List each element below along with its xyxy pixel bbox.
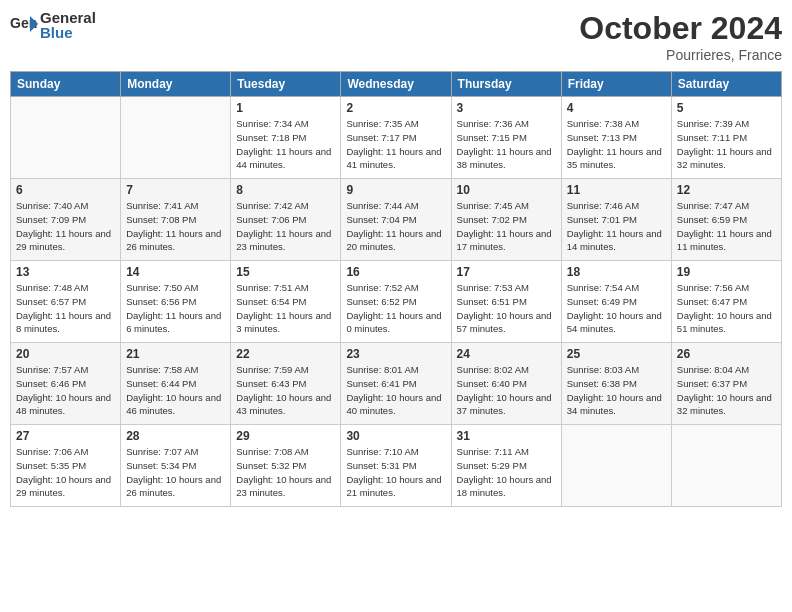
day-info: Sunrise: 7:39 AMSunset: 7:11 PMDaylight:… xyxy=(677,117,776,172)
day-number: 31 xyxy=(457,429,556,443)
day-number: 7 xyxy=(126,183,225,197)
day-info: Sunrise: 7:58 AMSunset: 6:44 PMDaylight:… xyxy=(126,363,225,418)
calendar-cell: 30Sunrise: 7:10 AMSunset: 5:31 PMDayligh… xyxy=(341,425,451,507)
day-number: 9 xyxy=(346,183,445,197)
calendar-cell: 26Sunrise: 8:04 AMSunset: 6:37 PMDayligh… xyxy=(671,343,781,425)
calendar-cell xyxy=(121,97,231,179)
day-info: Sunrise: 7:11 AMSunset: 5:29 PMDaylight:… xyxy=(457,445,556,500)
day-number: 12 xyxy=(677,183,776,197)
weekday-header-friday: Friday xyxy=(561,72,671,97)
day-number: 4 xyxy=(567,101,666,115)
weekday-header-sunday: Sunday xyxy=(11,72,121,97)
day-info: Sunrise: 7:47 AMSunset: 6:59 PMDaylight:… xyxy=(677,199,776,254)
day-number: 2 xyxy=(346,101,445,115)
calendar-week-row: 13Sunrise: 7:48 AMSunset: 6:57 PMDayligh… xyxy=(11,261,782,343)
calendar-cell: 13Sunrise: 7:48 AMSunset: 6:57 PMDayligh… xyxy=(11,261,121,343)
calendar-table: SundayMondayTuesdayWednesdayThursdayFrid… xyxy=(10,71,782,507)
day-info: Sunrise: 7:48 AMSunset: 6:57 PMDaylight:… xyxy=(16,281,115,336)
page-header: General General Blue October 2024 Pourri… xyxy=(10,10,782,63)
day-info: Sunrise: 7:56 AMSunset: 6:47 PMDaylight:… xyxy=(677,281,776,336)
calendar-cell: 16Sunrise: 7:52 AMSunset: 6:52 PMDayligh… xyxy=(341,261,451,343)
month-title: October 2024 xyxy=(579,10,782,47)
day-info: Sunrise: 7:44 AMSunset: 7:04 PMDaylight:… xyxy=(346,199,445,254)
calendar-cell: 15Sunrise: 7:51 AMSunset: 6:54 PMDayligh… xyxy=(231,261,341,343)
day-info: Sunrise: 7:51 AMSunset: 6:54 PMDaylight:… xyxy=(236,281,335,336)
calendar-cell: 18Sunrise: 7:54 AMSunset: 6:49 PMDayligh… xyxy=(561,261,671,343)
weekday-header-tuesday: Tuesday xyxy=(231,72,341,97)
calendar-cell xyxy=(671,425,781,507)
weekday-header-saturday: Saturday xyxy=(671,72,781,97)
day-info: Sunrise: 7:45 AMSunset: 7:02 PMDaylight:… xyxy=(457,199,556,254)
day-info: Sunrise: 7:53 AMSunset: 6:51 PMDaylight:… xyxy=(457,281,556,336)
day-number: 8 xyxy=(236,183,335,197)
month-info: October 2024 Pourrieres, France xyxy=(579,10,782,63)
day-info: Sunrise: 7:07 AMSunset: 5:34 PMDaylight:… xyxy=(126,445,225,500)
day-number: 13 xyxy=(16,265,115,279)
day-number: 3 xyxy=(457,101,556,115)
day-number: 11 xyxy=(567,183,666,197)
calendar-cell: 23Sunrise: 8:01 AMSunset: 6:41 PMDayligh… xyxy=(341,343,451,425)
day-number: 26 xyxy=(677,347,776,361)
day-info: Sunrise: 7:57 AMSunset: 6:46 PMDaylight:… xyxy=(16,363,115,418)
day-number: 19 xyxy=(677,265,776,279)
calendar-cell: 1Sunrise: 7:34 AMSunset: 7:18 PMDaylight… xyxy=(231,97,341,179)
day-info: Sunrise: 8:03 AMSunset: 6:38 PMDaylight:… xyxy=(567,363,666,418)
day-number: 22 xyxy=(236,347,335,361)
calendar-cell: 3Sunrise: 7:36 AMSunset: 7:15 PMDaylight… xyxy=(451,97,561,179)
calendar-week-row: 1Sunrise: 7:34 AMSunset: 7:18 PMDaylight… xyxy=(11,97,782,179)
day-info: Sunrise: 8:04 AMSunset: 6:37 PMDaylight:… xyxy=(677,363,776,418)
day-number: 6 xyxy=(16,183,115,197)
day-number: 23 xyxy=(346,347,445,361)
calendar-cell xyxy=(11,97,121,179)
calendar-cell: 10Sunrise: 7:45 AMSunset: 7:02 PMDayligh… xyxy=(451,179,561,261)
calendar-cell: 27Sunrise: 7:06 AMSunset: 5:35 PMDayligh… xyxy=(11,425,121,507)
day-info: Sunrise: 7:35 AMSunset: 7:17 PMDaylight:… xyxy=(346,117,445,172)
calendar-cell: 4Sunrise: 7:38 AMSunset: 7:13 PMDaylight… xyxy=(561,97,671,179)
logo: General General Blue xyxy=(10,10,96,40)
calendar-week-row: 27Sunrise: 7:06 AMSunset: 5:35 PMDayligh… xyxy=(11,425,782,507)
day-info: Sunrise: 7:38 AMSunset: 7:13 PMDaylight:… xyxy=(567,117,666,172)
calendar-week-row: 6Sunrise: 7:40 AMSunset: 7:09 PMDaylight… xyxy=(11,179,782,261)
calendar-cell: 6Sunrise: 7:40 AMSunset: 7:09 PMDaylight… xyxy=(11,179,121,261)
day-number: 28 xyxy=(126,429,225,443)
day-number: 10 xyxy=(457,183,556,197)
calendar-cell: 17Sunrise: 7:53 AMSunset: 6:51 PMDayligh… xyxy=(451,261,561,343)
day-info: Sunrise: 8:02 AMSunset: 6:40 PMDaylight:… xyxy=(457,363,556,418)
day-number: 18 xyxy=(567,265,666,279)
calendar-cell: 31Sunrise: 7:11 AMSunset: 5:29 PMDayligh… xyxy=(451,425,561,507)
calendar-cell: 25Sunrise: 8:03 AMSunset: 6:38 PMDayligh… xyxy=(561,343,671,425)
day-info: Sunrise: 7:10 AMSunset: 5:31 PMDaylight:… xyxy=(346,445,445,500)
day-number: 1 xyxy=(236,101,335,115)
calendar-cell: 14Sunrise: 7:50 AMSunset: 6:56 PMDayligh… xyxy=(121,261,231,343)
day-info: Sunrise: 7:42 AMSunset: 7:06 PMDaylight:… xyxy=(236,199,335,254)
calendar-cell: 22Sunrise: 7:59 AMSunset: 6:43 PMDayligh… xyxy=(231,343,341,425)
day-info: Sunrise: 7:34 AMSunset: 7:18 PMDaylight:… xyxy=(236,117,335,172)
calendar-cell: 8Sunrise: 7:42 AMSunset: 7:06 PMDaylight… xyxy=(231,179,341,261)
day-info: Sunrise: 7:36 AMSunset: 7:15 PMDaylight:… xyxy=(457,117,556,172)
calendar-cell: 21Sunrise: 7:58 AMSunset: 6:44 PMDayligh… xyxy=(121,343,231,425)
weekday-header-row: SundayMondayTuesdayWednesdayThursdayFrid… xyxy=(11,72,782,97)
day-number: 17 xyxy=(457,265,556,279)
weekday-header-wednesday: Wednesday xyxy=(341,72,451,97)
day-info: Sunrise: 7:54 AMSunset: 6:49 PMDaylight:… xyxy=(567,281,666,336)
calendar-week-row: 20Sunrise: 7:57 AMSunset: 6:46 PMDayligh… xyxy=(11,343,782,425)
day-info: Sunrise: 7:59 AMSunset: 6:43 PMDaylight:… xyxy=(236,363,335,418)
day-number: 25 xyxy=(567,347,666,361)
calendar-cell xyxy=(561,425,671,507)
weekday-header-thursday: Thursday xyxy=(451,72,561,97)
day-number: 30 xyxy=(346,429,445,443)
day-info: Sunrise: 7:06 AMSunset: 5:35 PMDaylight:… xyxy=(16,445,115,500)
day-number: 15 xyxy=(236,265,335,279)
day-number: 24 xyxy=(457,347,556,361)
calendar-cell: 24Sunrise: 8:02 AMSunset: 6:40 PMDayligh… xyxy=(451,343,561,425)
day-info: Sunrise: 7:46 AMSunset: 7:01 PMDaylight:… xyxy=(567,199,666,254)
day-number: 16 xyxy=(346,265,445,279)
day-info: Sunrise: 7:08 AMSunset: 5:32 PMDaylight:… xyxy=(236,445,335,500)
calendar-cell: 29Sunrise: 7:08 AMSunset: 5:32 PMDayligh… xyxy=(231,425,341,507)
calendar-cell: 9Sunrise: 7:44 AMSunset: 7:04 PMDaylight… xyxy=(341,179,451,261)
day-info: Sunrise: 8:01 AMSunset: 6:41 PMDaylight:… xyxy=(346,363,445,418)
calendar-cell: 5Sunrise: 7:39 AMSunset: 7:11 PMDaylight… xyxy=(671,97,781,179)
calendar-cell: 7Sunrise: 7:41 AMSunset: 7:08 PMDaylight… xyxy=(121,179,231,261)
calendar-cell: 2Sunrise: 7:35 AMSunset: 7:17 PMDaylight… xyxy=(341,97,451,179)
day-number: 27 xyxy=(16,429,115,443)
